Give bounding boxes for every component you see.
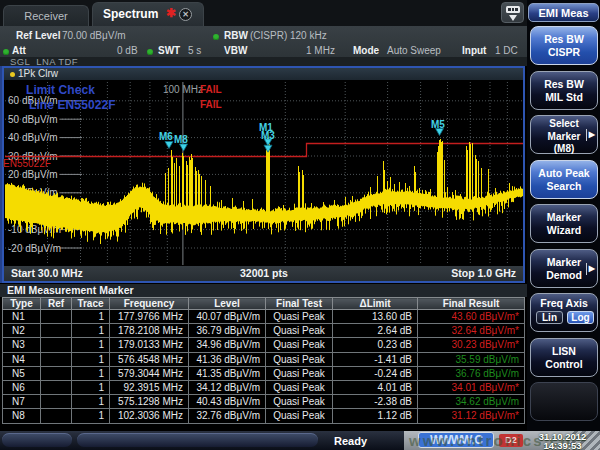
svg-text:-20 dBμV/m: -20 dBμV/m <box>8 243 61 254</box>
svg-text:20 dBμV/m: 20 dBμV/m <box>8 169 58 180</box>
svg-text:40 dBμV/m: 40 dBμV/m <box>8 132 58 143</box>
svg-text:50 dBμV/m: 50 dBμV/m <box>8 114 58 125</box>
